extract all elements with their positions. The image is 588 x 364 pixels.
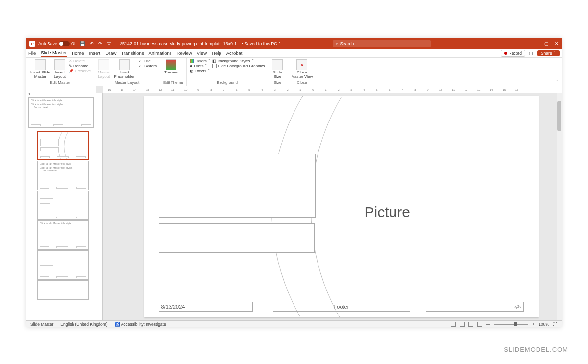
zoom-in-button[interactable]: + bbox=[532, 322, 535, 327]
autosave-toggle[interactable]: AutoSave Off bbox=[38, 41, 77, 46]
slide-number-placeholder[interactable]: ‹#› bbox=[426, 302, 524, 312]
record-button[interactable]: Record bbox=[501, 50, 525, 57]
normal-view-icon[interactable] bbox=[451, 322, 456, 327]
fonts-icon: A bbox=[190, 64, 193, 68]
tab-transitions[interactable]: Transitions bbox=[121, 49, 144, 57]
redo-icon[interactable]: ↷ bbox=[98, 41, 103, 47]
watermark: SLIDEMODEL.COM bbox=[504, 346, 568, 353]
group-background: Colors ˅ AFonts ˅ ◐Effects ˅ ◧Background… bbox=[187, 58, 269, 86]
tab-file[interactable]: File bbox=[28, 49, 36, 57]
layout-thumb-5[interactable] bbox=[37, 250, 89, 280]
master-layout-icon bbox=[98, 59, 109, 70]
close-icon: ✕ bbox=[296, 59, 307, 70]
horizontal-ruler: 1615141312111098765432101234567891011121… bbox=[103, 86, 562, 93]
tab-review[interactable]: Review bbox=[177, 49, 192, 57]
date-placeholder[interactable]: 8/13/2024 bbox=[159, 302, 253, 312]
footer-placeholder[interactable]: Footer bbox=[273, 302, 410, 312]
maximize-button[interactable]: ▢ bbox=[544, 41, 549, 46]
search-icon: ⌕ bbox=[336, 41, 338, 46]
slide-size-button[interactable]: SlideSize bbox=[271, 59, 284, 80]
tab-insert[interactable]: Insert bbox=[89, 49, 100, 57]
app-window: P AutoSave Off 💾 ↶ ↷ ▽ 85142-01-business… bbox=[26, 38, 562, 327]
slide-master-icon bbox=[35, 59, 46, 70]
colors-dropdown[interactable]: Colors ˅ bbox=[190, 59, 210, 63]
slideshow-view-icon[interactable] bbox=[477, 322, 482, 327]
minimize-button[interactable]: — bbox=[534, 41, 539, 46]
layout-thumb-1[interactable] bbox=[37, 131, 89, 160]
workspace: 1 Click to edit Master title style Click… bbox=[26, 86, 562, 320]
title-checkbox[interactable]: Title bbox=[138, 59, 157, 63]
master-slide-thumb[interactable]: Click to edit Master title style Click t… bbox=[28, 97, 94, 128]
editor-area: 1615141312111098765432101234567891011121… bbox=[96, 86, 562, 320]
layout-thumb-2[interactable]: Click to edit Master title style Click t… bbox=[37, 161, 89, 190]
subtitle-placeholder[interactable] bbox=[159, 223, 315, 253]
group-edit-theme: Themes Edit Theme bbox=[160, 58, 187, 86]
insert-placeholder-button[interactable]: InsertPlaceholder bbox=[113, 59, 136, 80]
ribbon-tabs: File Slide Master Home Insert Draw Trans… bbox=[26, 49, 562, 58]
toggle-off-icon[interactable] bbox=[59, 41, 70, 46]
scrollbar-thumb[interactable] bbox=[557, 101, 561, 131]
present-mode-icon[interactable]: ▢ bbox=[528, 50, 534, 56]
group-master-layout: MasterLayout InsertPlaceholder Title Foo… bbox=[94, 58, 160, 86]
tab-draw[interactable]: Draw bbox=[105, 49, 116, 57]
layout-thumb-4[interactable]: Click to edit Master title style bbox=[37, 220, 89, 250]
fonts-dropdown[interactable]: AFonts ˅ bbox=[190, 64, 210, 68]
group-size: SlideSize Size bbox=[268, 58, 287, 86]
start-show-icon[interactable]: ▽ bbox=[106, 41, 112, 47]
vertical-scrollbar[interactable] bbox=[557, 93, 562, 320]
slide-number: 1 bbox=[28, 92, 30, 96]
tab-home[interactable]: Home bbox=[72, 49, 84, 57]
layout-thumb-3[interactable] bbox=[37, 191, 89, 220]
tab-animations[interactable]: Animations bbox=[149, 49, 172, 57]
fit-to-window-button[interactable]: ⛶ bbox=[553, 322, 558, 327]
tab-view[interactable]: View bbox=[197, 49, 207, 57]
language-label[interactable]: English (United Kingdom) bbox=[60, 322, 107, 327]
tab-acrobat[interactable]: Acrobat bbox=[226, 49, 243, 57]
zoom-level[interactable]: 108% bbox=[539, 322, 549, 327]
status-bar: Slide Master English (United Kingdom) ♿ … bbox=[26, 320, 562, 327]
effects-icon: ◐ bbox=[190, 69, 193, 73]
effects-dropdown[interactable]: ◐Effects ˅ bbox=[190, 69, 210, 73]
layout-thumb-6[interactable] bbox=[37, 280, 89, 300]
undo-icon[interactable]: ↶ bbox=[89, 41, 95, 47]
zoom-slider[interactable] bbox=[494, 324, 528, 325]
view-mode-label: Slide Master bbox=[30, 322, 53, 327]
search-input[interactable]: ⌕ Search bbox=[333, 40, 431, 47]
themes-button[interactable]: Themes bbox=[163, 59, 179, 75]
tab-slide-master[interactable]: Slide Master bbox=[41, 49, 67, 57]
slide-thumbnail-panel[interactable]: 1 Click to edit Master title style Click… bbox=[26, 86, 96, 320]
save-icon[interactable]: 💾 bbox=[80, 41, 86, 47]
ribbon: Insert SlideMaster InsertLayout ✕Delete … bbox=[26, 58, 562, 86]
search-placeholder: Search bbox=[340, 41, 354, 46]
tab-help[interactable]: Help bbox=[212, 49, 221, 57]
background-styles-dropdown[interactable]: ◧Background Styles ˅ bbox=[212, 59, 265, 63]
title-bar: P AutoSave Off 💾 ↶ ↷ ▽ 85142-01-business… bbox=[26, 38, 562, 49]
master-layout-button: MasterLayout bbox=[97, 59, 111, 80]
collapse-ribbon-button[interactable]: ˅ bbox=[556, 80, 559, 85]
vertical-ruler bbox=[96, 93, 103, 320]
group-label: Edit Master bbox=[29, 80, 91, 85]
slide-canvas[interactable]: Picture 8/13/2024 Footer ‹#› bbox=[144, 96, 539, 317]
picture-placeholder[interactable]: Picture bbox=[365, 204, 410, 220]
layout-icon bbox=[54, 59, 65, 70]
bg-styles-icon: ◧ bbox=[212, 59, 216, 63]
title-placeholder[interactable] bbox=[159, 154, 316, 218]
insert-slide-master-button[interactable]: Insert SlideMaster bbox=[29, 59, 51, 80]
group-label: Size bbox=[271, 80, 284, 85]
close-master-view-button[interactable]: ✕CloseMaster View bbox=[290, 59, 314, 80]
insert-layout-button[interactable]: InsertLayout bbox=[53, 59, 67, 80]
colors-icon bbox=[190, 59, 194, 63]
slide-size-icon bbox=[272, 59, 283, 70]
reading-view-icon[interactable] bbox=[468, 322, 473, 327]
hide-bg-checkbox[interactable]: Hide Background Graphics bbox=[212, 64, 265, 68]
close-button[interactable]: ✕ bbox=[555, 41, 559, 46]
zoom-out-button[interactable]: — bbox=[486, 322, 490, 327]
share-button[interactable]: Share ˅ bbox=[537, 50, 560, 56]
autosave-state: Off bbox=[71, 41, 77, 46]
group-label: Master Layout bbox=[97, 80, 157, 85]
footers-checkbox[interactable]: Footers bbox=[138, 64, 157, 68]
accessibility-status[interactable]: ♿ Accessibility: Investigate bbox=[115, 322, 166, 327]
powerpoint-logo-icon: P bbox=[29, 41, 35, 47]
sorter-view-icon[interactable] bbox=[460, 322, 465, 327]
rename-button[interactable]: ✎Rename bbox=[69, 64, 91, 68]
